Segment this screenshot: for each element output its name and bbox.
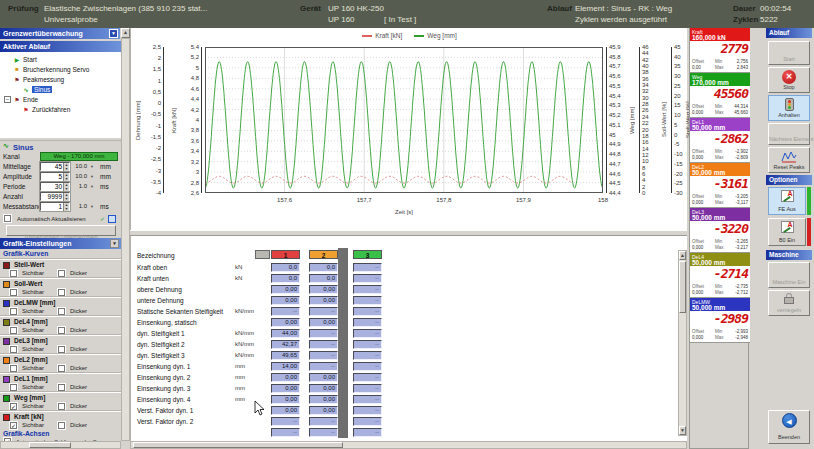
- table-cell[interactable]: 0,00: [271, 285, 300, 294]
- curve-thick-checkbox[interactable]: [58, 403, 65, 410]
- tree-item-peakmessung[interactable]: ⚑Peakmessung: [0, 74, 121, 84]
- table-cell[interactable]: --: [353, 428, 382, 437]
- table-scroll-down-icon[interactable]: ▼: [679, 426, 686, 435]
- table-cell[interactable]: 0,00: [309, 296, 338, 305]
- table-cell[interactable]: 0,00: [271, 384, 300, 393]
- table-cell[interactable]: --: [353, 340, 382, 349]
- table-cell[interactable]: 0,00: [309, 395, 338, 404]
- beenden-button[interactable]: ◀Beenden: [768, 410, 810, 444]
- table-cell[interactable]: --: [309, 362, 338, 371]
- curve-visible-checkbox[interactable]: [10, 327, 17, 334]
- spinner-icon[interactable]: ▲▼: [63, 173, 69, 181]
- tree-item-ende[interactable]: −⚑Ende: [0, 94, 121, 104]
- curve-thick-checkbox[interactable]: [58, 327, 65, 334]
- curve-thick-checkbox[interactable]: [58, 270, 65, 277]
- spinner-icon[interactable]: ▲▼: [63, 193, 69, 201]
- button-anhalten[interactable]: Anhalten: [768, 95, 810, 121]
- table-cell[interactable]: 0,00: [271, 318, 300, 327]
- table-cell[interactable]: 14,00: [271, 362, 300, 371]
- curve-thick-checkbox[interactable]: [58, 289, 65, 296]
- button-fe-aus[interactable]: AFE Aus: [768, 187, 806, 215]
- auto-update-checkbox[interactable]: [4, 215, 11, 222]
- curve-thick-checkbox[interactable]: [58, 422, 65, 429]
- apply-changes-button[interactable]: Änderungen übernehmen: [6, 225, 116, 236]
- table-cell[interactable]: --: [353, 373, 382, 382]
- table-cell[interactable]: 0,00: [309, 373, 338, 382]
- tree-item-start[interactable]: ▶Start: [0, 54, 121, 64]
- left-panel-hscrollbar[interactable]: [0, 441, 121, 449]
- table-header-1[interactable]: 1: [271, 250, 300, 259]
- table-vscrollbar[interactable]: ▲ ▼: [678, 250, 687, 436]
- button-start[interactable]: Start: [768, 41, 810, 65]
- channel-field[interactable]: Weg - 170,000 mm: [40, 152, 118, 161]
- curve-thick-checkbox[interactable]: [58, 365, 65, 372]
- left-hscroll-thumb[interactable]: [29, 442, 71, 448]
- curve-thick-checkbox[interactable]: [58, 346, 65, 353]
- table-cell[interactable]: --: [309, 351, 338, 360]
- graph-settings-collapse-icon[interactable]: ▾: [110, 239, 119, 248]
- table-cell[interactable]: 0,00: [271, 406, 300, 415]
- table-cell[interactable]: 0,00: [271, 395, 300, 404]
- button-stop[interactable]: ✕Stop: [768, 67, 810, 93]
- table-cell[interactable]: --: [271, 417, 300, 426]
- table-cell[interactable]: --: [353, 285, 382, 294]
- main-hscrollbar[interactable]: [130, 441, 687, 449]
- field-mittellage[interactable]: 45▲▼: [40, 162, 70, 171]
- table-cell[interactable]: --: [309, 329, 338, 338]
- field-anzahl[interactable]: 9999▲▼: [40, 192, 70, 201]
- field-messabstand[interactable]: 1▲▼: [40, 202, 70, 211]
- table-cell[interactable]: --: [353, 384, 382, 393]
- panel-dropdown-icon[interactable]: ▼: [109, 29, 118, 38]
- table-cell[interactable]: --: [353, 395, 382, 404]
- tree-item-zur-ckfahren[interactable]: ⚑Zurückfahren: [0, 104, 121, 114]
- table-cell[interactable]: 0,00: [309, 285, 338, 294]
- curve-thick-checkbox[interactable]: [58, 384, 65, 391]
- table-cell[interactable]: --: [353, 406, 382, 415]
- table-cell[interactable]: 0,0: [309, 274, 338, 283]
- spinner-icon[interactable]: ▲▼: [63, 183, 69, 191]
- table-cell[interactable]: --: [271, 428, 300, 437]
- save-icon[interactable]: [108, 215, 116, 223]
- spinner-icon[interactable]: ▲▼: [63, 203, 69, 211]
- table-cell[interactable]: --: [353, 263, 382, 272]
- table-cell[interactable]: 0,00: [271, 296, 300, 305]
- tree-item-sinus[interactable]: ∿Sinus: [0, 84, 121, 94]
- button-reset-peaks[interactable]: Reset Peaks: [768, 147, 810, 173]
- curve-thick-checkbox[interactable]: [58, 308, 65, 315]
- table-cell[interactable]: 0,00: [309, 318, 338, 327]
- left-scroll-up-icon[interactable]: ▲: [121, 28, 130, 38]
- table-cell[interactable]: --: [271, 307, 300, 316]
- field-periode[interactable]: 30▲▼: [40, 182, 70, 191]
- main-hscroll-thumb[interactable]: [133, 442, 343, 448]
- curve-visible-checkbox[interactable]: [10, 308, 17, 315]
- table-cell[interactable]: 0,0: [271, 263, 300, 272]
- tree-item-brucherkennung-servo[interactable]: ■Brucherkennung Servo: [0, 64, 121, 74]
- table-scroll-up-icon[interactable]: ▲: [679, 251, 686, 260]
- table-cell[interactable]: --: [309, 428, 338, 437]
- curve-visible-checkbox[interactable]: [10, 346, 17, 353]
- table-cell[interactable]: --: [353, 417, 382, 426]
- curve-visible-checkbox[interactable]: [10, 270, 17, 277]
- table-cell[interactable]: --: [353, 274, 382, 283]
- table-cell[interactable]: --: [309, 340, 338, 349]
- table-cell[interactable]: 0,00: [271, 373, 300, 382]
- left-panel-scrollbar[interactable]: [121, 38, 130, 441]
- table-cell[interactable]: 0,0: [271, 274, 300, 283]
- table-cell[interactable]: 0,00: [309, 406, 338, 415]
- step-dropdown-icon[interactable]: ▼: [90, 174, 94, 179]
- button-b0-ein[interactable]: AB0 Ein: [768, 218, 806, 246]
- table-vscroll-thumb[interactable]: [679, 261, 686, 313]
- table-cell[interactable]: --: [353, 296, 382, 305]
- button-verriegeln[interactable]: verriegeln: [768, 290, 810, 316]
- curve-visible-checkbox[interactable]: [10, 365, 17, 372]
- table-cell[interactable]: 0,0: [309, 263, 338, 272]
- expander-icon[interactable]: −: [4, 96, 11, 103]
- step-dropdown-icon[interactable]: ▼: [90, 164, 94, 169]
- table-cell[interactable]: --: [353, 318, 382, 327]
- table-cell[interactable]: --: [353, 307, 382, 316]
- table-cell[interactable]: --: [309, 307, 338, 316]
- curve-visible-checkbox[interactable]: [10, 384, 17, 391]
- spinner-icon[interactable]: ▲▼: [63, 163, 69, 171]
- curve-visible-checkbox[interactable]: ✓: [10, 422, 17, 429]
- button-maschine-ein[interactable]: Maschine Ein: [768, 262, 810, 288]
